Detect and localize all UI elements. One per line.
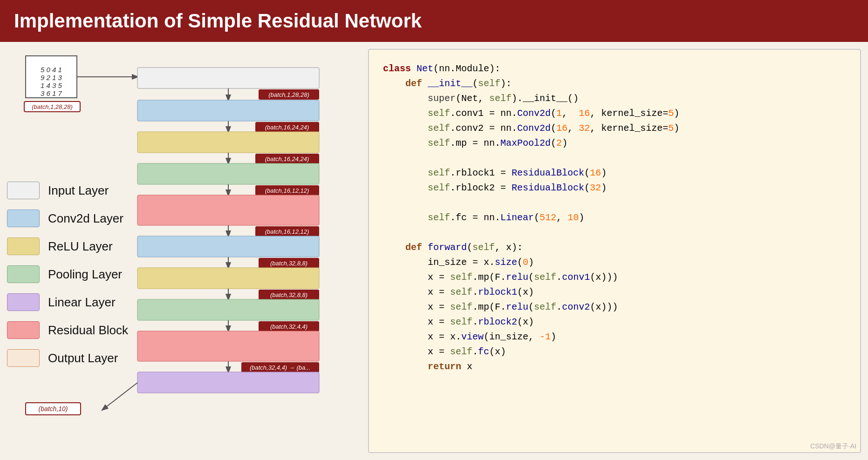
svg-text:(batch,16,12,12): (batch,16,12,12)	[265, 228, 309, 235]
legend-label-input: Input Layer	[48, 183, 109, 198]
svg-rect-12	[137, 100, 319, 121]
legend-label-pooling: Pooling Layer	[48, 267, 122, 282]
legend-item-relu: ReLU Layer	[7, 237, 175, 255]
legend-label-residual: Residual Block	[48, 323, 128, 338]
svg-text:(batch,16,24,24): (batch,16,24,24)	[265, 124, 309, 131]
legend: Input Layer Conv2d Layer ReLU Layer Pool…	[7, 182, 175, 377]
svg-text:(batch,10): (batch,10)	[38, 405, 68, 413]
legend-color-pooling	[7, 265, 40, 283]
svg-text:(batch,16,12,12): (batch,16,12,12)	[265, 187, 309, 194]
svg-text:(batch,32,4,4) → (ba...: (batch,32,4,4) → (ba...	[250, 364, 310, 371]
svg-text:(batch,16,24,24): (batch,16,24,24)	[265, 156, 309, 162]
header: Implementation of Simple Residual Networ…	[0, 0, 868, 42]
svg-text:(batch,32,8,8): (batch,32,8,8)	[270, 291, 308, 298]
svg-text:5 0 4 1: 5 0 4 1	[41, 66, 62, 74]
svg-text:1 4 3 5: 1 4 3 5	[41, 81, 62, 89]
legend-item-input: Input Layer	[7, 182, 175, 199]
diagram-panel: 5 0 4 1 9 2 1 3 1 4 3 5 3 6 1 7 (batch,1…	[0, 42, 368, 460]
legend-item-linear: Linear Layer	[7, 293, 175, 311]
watermark: CSDN@量子·AI	[810, 442, 856, 451]
svg-text:(batch,1,28,28): (batch,1,28,28)	[268, 91, 309, 98]
legend-color-input	[7, 182, 40, 199]
svg-line-45	[103, 383, 137, 410]
svg-text:3 6 1 7: 3 6 1 7	[41, 89, 62, 97]
code-panel: class Net(nn.Module): def __init__(self)…	[368, 49, 861, 453]
legend-label-conv2d: Conv2d Layer	[48, 211, 123, 226]
legend-label-relu: ReLU Layer	[48, 239, 113, 254]
legend-item-residual: Residual Block	[7, 321, 175, 339]
legend-item-conv2d: Conv2d Layer	[7, 210, 175, 227]
svg-text:(batch,32,8,8): (batch,32,8,8)	[270, 260, 308, 267]
svg-rect-8	[137, 68, 319, 88]
code-content: class Net(nn.Module): def __init__(self)…	[383, 61, 846, 374]
legend-item-output: Output Layer	[7, 349, 175, 367]
legend-color-output	[7, 349, 40, 367]
legend-color-residual	[7, 321, 40, 339]
page-title: Implementation of Simple Residual Networ…	[14, 10, 422, 32]
legend-item-pooling: Pooling Layer	[7, 265, 175, 283]
svg-text:9 2 1 3: 9 2 1 3	[41, 74, 62, 81]
legend-color-conv2d	[7, 210, 40, 227]
legend-color-linear	[7, 293, 40, 311]
legend-color-relu	[7, 237, 40, 255]
legend-label-output: Output Layer	[48, 351, 118, 365]
svg-text:(batch,1,28,28): (batch,1,28,28)	[32, 103, 72, 110]
legend-label-linear: Linear Layer	[48, 295, 116, 310]
svg-rect-16	[137, 132, 319, 153]
svg-text:(batch,32,4,4): (batch,32,4,4)	[270, 323, 308, 330]
